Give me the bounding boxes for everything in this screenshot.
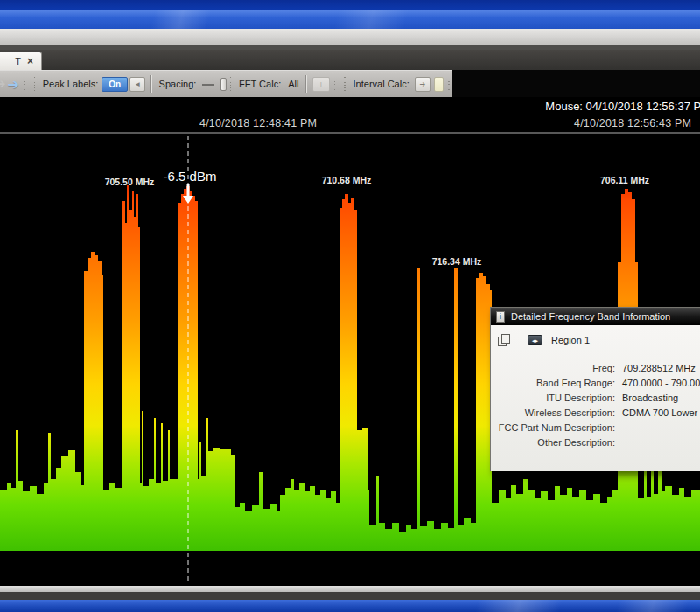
peak-labels-label: Peak Labels: [43,79,99,89]
tab-close-icon[interactable]: × [27,57,33,66]
toolbar: ➔ ➔ Peak Labels: On ◄ Spacing: FFT Calc:… [0,70,452,97]
popup-fields: Freq:709.288512 MHzBand Freq Range:470.0… [491,360,700,449]
field-label: ITU Description: [491,393,622,403]
document-tab[interactable]: T × [0,52,42,70]
field-row: Freq:709.288512 MHz [491,360,700,375]
toolbar-zone: ➔ ➔ Peak Labels: On ◄ Spacing: FFT Calc:… [0,70,700,97]
spacing-slider[interactable] [202,77,214,92]
menu-band [0,29,700,45]
region-label: Region 1 [551,335,590,345]
fft-calc-label: FFT Calc: [239,79,281,89]
region-header: ◂▸ Region 1 [491,325,700,350]
toolbar-grip[interactable] [344,77,345,92]
bottom-window-border [0,600,700,612]
popup-body: ◂▸ Region 1 Freq:709.288512 MHzBand Freq… [491,325,700,471]
interval-calc-arrow-button[interactable]: ➔ [415,77,430,92]
interval-calc-label: Interval Calc: [354,79,410,89]
bottom-statusbar [0,586,700,592]
field-label: Freq: [491,363,622,373]
field-row: Wireless Description:CDMA 700 Lower UL [491,405,700,420]
peak-label: 710.68 MHz [322,175,372,185]
popup-title: Detailed Frequency Band Information [511,311,670,322]
toolbar-grip[interactable] [34,77,35,92]
toolbar-separator [150,75,151,93]
field-value: Broadcasting [622,393,700,403]
mouse-status-time: 04/10/2018 12:56:37 PM [586,100,700,113]
chart-header: Mouse: 04/10/2018 12:56:37 PM 4/10/2018 … [0,97,700,132]
region-nav-icon[interactable]: ◂▸ [528,335,542,345]
interval-calc-toggle-button[interactable] [434,77,444,92]
field-value: 470.0000 - 790.0000 MHz [622,378,700,388]
toolbar-grip[interactable] [230,77,231,92]
peak-label: 716.34 MHz [432,256,482,267]
tab-label: T [15,56,21,66]
toolbar-overflow-handle[interactable] [448,81,450,92]
field-value: CDMA 700 Lower UL [622,407,700,418]
fft-calc-value[interactable]: All [288,79,298,89]
titlebar-glass [0,10,700,29]
spacing-label: Spacing: [159,79,197,89]
field-row: ITU Description:Broadcasting [491,390,700,405]
copy-icon[interactable] [498,334,510,346]
info-icon: i [496,311,505,323]
peak-labels-side-button[interactable]: ◄ [130,77,145,92]
timeline-end: 4/10/2018 12:56:43 PM [574,117,691,129]
toolbar-separator [305,75,306,93]
spacing-slider-track [202,84,214,86]
forward-arrow-icon[interactable]: ➔ [8,76,19,93]
mouse-status: Mouse: 04/10/2018 12:56:37 PM [545,100,700,113]
field-label: Wireless Description: [491,407,622,418]
peak-label: 705.50 MHz [105,177,155,187]
mouse-status-label: Mouse: [545,100,583,113]
titlebar-top [0,0,700,10]
peak-label: 706.11 MHz [600,175,649,185]
timeline-start: 4/10/2018 12:48:41 PM [200,117,317,129]
field-label: Band Freq Range: [491,378,622,388]
app-window: T × ➔ ➔ Peak Labels: On ◄ Spacing: FFT C… [0,0,700,612]
field-row: FCC Part Num Description: [491,420,700,435]
cursor-dbm-label: -6.5 dBm [164,169,217,184]
bottom-frame [0,592,700,600]
toolbar-overflow-handle[interactable] [334,81,336,92]
peak-labels-on-button[interactable]: On [102,77,128,92]
field-row: Other Description: [491,435,700,449]
field-label: Other Description: [491,437,622,448]
tab-strip: T × [0,50,700,70]
spacing-slider-handle[interactable] [220,78,227,91]
toolbar-overflow-handle[interactable] [24,81,25,92]
back-arrow-icon: ➔ [0,76,6,92]
popup-titlebar[interactable]: i Detailed Frequency Band Information [491,308,700,325]
fft-calc-button[interactable]: I [312,77,330,92]
field-row: Band Freq Range:470.0000 - 790.0000 MHz [491,375,700,390]
field-value: 709.288512 MHz [622,363,700,373]
field-label: FCC Part Num Description: [491,422,622,433]
frequency-band-popup: i Detailed Frequency Band Information ◂▸… [490,307,700,471]
